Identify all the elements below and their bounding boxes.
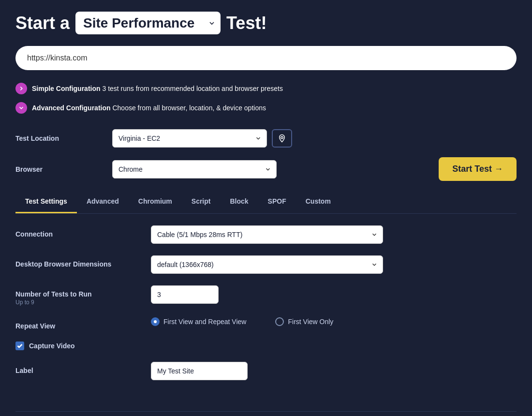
tab-content: Connection Cable (5/1 Mbps 28ms RTT) DSL… <box>15 214 517 403</box>
tab-advanced[interactable]: Advanced <box>77 191 129 213</box>
test-location-label: Test Location <box>15 134 112 142</box>
svg-point-0 <box>281 136 283 139</box>
connection-row: Connection Cable (5/1 Mbps 28ms RTT) DSL… <box>15 225 517 244</box>
test-type-dropdown[interactable]: Site Performance <box>75 12 221 34</box>
browser-start-row: Browser Chrome Firefox Safari Edge Start… <box>15 157 517 181</box>
location-pin-icon <box>278 134 286 143</box>
browser-dimensions-row: Desktop Browser Dimensions default (1366… <box>15 255 517 274</box>
browser-dimensions-label: Desktop Browser Dimensions <box>15 260 151 268</box>
browser-label: Browser <box>15 165 112 173</box>
repeat-view-radio2[interactable] <box>275 317 284 326</box>
num-tests-row: Number of Tests to Run Up to 9 <box>15 285 517 306</box>
label-field-control <box>151 362 517 380</box>
bottom-divider <box>15 411 517 412</box>
num-tests-sublabel: Up to 9 <box>15 299 151 306</box>
location-pin-button[interactable] <box>272 129 292 148</box>
tab-test-settings[interactable]: Test Settings <box>15 191 77 213</box>
tab-chromium[interactable]: Chromium <box>129 191 182 213</box>
num-tests-input[interactable] <box>151 285 219 304</box>
browser-dimensions-control: default (1366x768) 1920x1080 1280x720 37… <box>151 255 517 274</box>
advanced-config-label: Advanced Configuration Choose from all b… <box>32 104 266 112</box>
repeat-view-radio1[interactable] <box>151 317 160 326</box>
browser-select[interactable]: Chrome Firefox Safari Edge <box>112 160 277 178</box>
tab-script[interactable]: Script <box>182 191 221 213</box>
label-row: Label <box>15 362 517 380</box>
repeat-view-option2[interactable]: First View Only <box>275 317 333 326</box>
connection-label-wrapper: Connection <box>15 225 151 238</box>
connection-control: Cable (5/1 Mbps 28ms RTT) DSL 3G Fast LT… <box>151 225 517 244</box>
simple-config-label: Simple Configuration 3 test runs from re… <box>32 85 283 92</box>
tabs: Test Settings Advanced Chromium Script B… <box>15 191 517 213</box>
num-tests-label: Number of Tests to Run <box>15 290 151 298</box>
label-field-label-wrapper: Label <box>15 362 151 374</box>
label-input[interactable] <box>151 362 248 380</box>
advanced-section: Test Location Virginia - EC2 California … <box>15 129 517 181</box>
repeat-view-row: Repeat View First View and Repeat View F… <box>15 317 517 330</box>
tab-custom[interactable]: Custom <box>296 191 340 213</box>
tab-block[interactable]: Block <box>220 191 258 213</box>
tab-spof[interactable]: SPOF <box>258 191 296 213</box>
browser-dimensions-label-wrapper: Desktop Browser Dimensions <box>15 255 151 268</box>
simple-config-option[interactable]: Simple Configuration 3 test runs from re… <box>15 79 517 98</box>
capture-video-row[interactable]: Capture Video <box>15 342 517 350</box>
repeat-view-label-wrapper: Repeat View <box>15 317 151 330</box>
start-test-button[interactable]: Start Test → <box>439 157 517 181</box>
connection-label: Connection <box>15 230 151 238</box>
url-input[interactable] <box>15 46 517 70</box>
browser-dimensions-select[interactable]: default (1366x768) 1920x1080 1280x720 37… <box>151 255 383 274</box>
url-input-wrapper <box>15 46 517 70</box>
test-location-row: Test Location Virginia - EC2 California … <box>15 129 517 148</box>
capture-video-checkbox[interactable] <box>15 342 24 350</box>
test-location-select[interactable]: Virginia - EC2 California - EC2 London -… <box>112 129 267 148</box>
start-a-text: Start a <box>15 13 70 33</box>
tabs-container: Test Settings Advanced Chromium Script B… <box>15 191 517 214</box>
label-field-label: Label <box>15 367 151 374</box>
capture-video-label: Capture Video <box>29 342 75 350</box>
num-tests-label-wrapper: Number of Tests to Run Up to 9 <box>15 285 151 306</box>
test-location-controls: Virginia - EC2 California - EC2 London -… <box>112 129 517 148</box>
advanced-config-option[interactable]: Advanced Configuration Choose from all b… <box>15 98 517 118</box>
num-tests-control <box>151 285 517 304</box>
page-header: Start a Site Performance Test! <box>15 12 517 34</box>
connection-select[interactable]: Cable (5/1 Mbps 28ms RTT) DSL 3G Fast LT… <box>151 225 383 244</box>
repeat-view-label: Repeat View <box>15 322 151 330</box>
repeat-view-control: First View and Repeat View First View On… <box>151 317 517 326</box>
repeat-view-radio-group: First View and Repeat View First View On… <box>151 317 517 326</box>
checkmark-icon <box>17 343 23 349</box>
test-exclaim-text: Test! <box>226 13 266 33</box>
start-test-wrapper: Start Test → <box>429 157 517 181</box>
repeat-view-label2: First View Only <box>288 318 333 326</box>
advanced-config-icon <box>15 102 27 114</box>
browser-controls: Chrome Firefox Safari Edge <box>112 160 429 178</box>
repeat-view-option1[interactable]: First View and Repeat View <box>151 317 246 326</box>
simple-config-icon <box>15 83 27 94</box>
repeat-view-label1: First View and Repeat View <box>163 318 246 326</box>
config-options: Simple Configuration 3 test runs from re… <box>15 79 517 118</box>
